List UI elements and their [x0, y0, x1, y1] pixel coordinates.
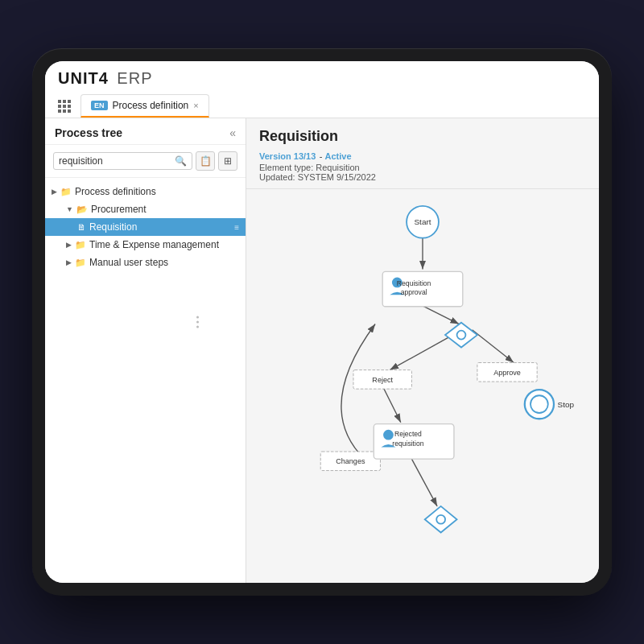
grid-menu-button[interactable] — [58, 100, 71, 113]
title-bar: UNIT4 ERP EN Process definition × — [45, 61, 599, 118]
meta-updated: Updated: SYSTEM 9/15/2022 — [259, 172, 586, 182]
node-rejected-label2: requisition — [392, 440, 423, 448]
tab-lang-badge: EN — [91, 101, 108, 110]
search-icon[interactable]: 🔍 — [175, 155, 187, 167]
node-req-approval-label2: approval — [401, 288, 427, 296]
tree-label-procurement: Procurement — [91, 204, 147, 215]
resize-dots — [196, 316, 199, 328]
node-approve-label: Approve — [493, 369, 521, 377]
folder-icon-process-definitions: 📁 — [60, 187, 72, 197]
main-content: Process tree « 🔍 📋 ⊞ — [45, 118, 599, 583]
logo-area: UNIT4 ERP — [58, 69, 586, 88]
action-icon-2: ⊞ — [224, 155, 232, 167]
expand-icon-manual-steps: ▶ — [66, 258, 72, 266]
doc-icon-requisition: 🗎 — [77, 222, 86, 232]
node-stop-inner-circle — [530, 395, 548, 413]
sidebar-collapse-button[interactable]: « — [229, 126, 236, 139]
tree-label-requisition: Requisition — [89, 221, 137, 233]
edge-decision-to-approve — [473, 330, 514, 363]
folder-icon-procurement: 📂 — [76, 204, 88, 215]
edge-reject-to-rejected — [382, 386, 401, 423]
flow-canvas[interactable]: Start Requisition approval Reject — [246, 189, 599, 583]
tree-item-requisition[interactable]: 🗎 Requisition ≡ — [45, 218, 246, 236]
edge-decision-to-reject — [390, 336, 450, 370]
tree-item-actions: ≡ — [234, 223, 239, 232]
meta-status: Active — [325, 151, 352, 161]
node-req-approval-label1: Requisition — [397, 279, 431, 287]
tree-item-time-expense[interactable]: ▶ 📁 Time & Expense management — [45, 236, 246, 254]
tabs-row: EN Process definition × — [58, 94, 586, 118]
tree-item-procurement[interactable]: ▼ 📂 Procurement — [45, 200, 246, 218]
screen: UNIT4 ERP EN Process definition × — [45, 61, 599, 583]
folder-icon-manual-steps: 📁 — [75, 258, 86, 268]
sidebar: Process tree « 🔍 📋 ⊞ — [45, 118, 246, 583]
folder-icon-time-expense: 📁 — [75, 240, 86, 250]
tree-item-process-definitions[interactable]: ▶ 📁 Process definitions — [45, 183, 246, 200]
node-decision1-diamond[interactable] — [445, 323, 477, 348]
logo-unit4: UNIT4 — [58, 69, 109, 87]
edge-changes-back — [341, 324, 375, 460]
sidebar-action-btn-1[interactable]: 📋 — [196, 151, 215, 171]
search-input-wrap: 🔍 — [53, 152, 192, 170]
meta-active: - — [320, 151, 325, 161]
search-row: 🔍 📋 ⊞ — [45, 145, 246, 178]
sidebar-header: Process tree « — [45, 118, 246, 145]
expand-icon-process-definitions: ▶ — [52, 188, 57, 196]
sidebar-title: Process tree — [55, 126, 122, 139]
right-panel-header: Requisition Version 13/13 - Active Eleme… — [246, 118, 599, 189]
node-rejected-person-head — [383, 430, 394, 440]
tree-label-process-definitions: Process definitions — [75, 186, 156, 197]
flow-diagram: Start Requisition approval Reject — [246, 189, 599, 583]
node-decision2-diamond[interactable] — [425, 506, 457, 533]
node-rejected-label1: Rejected — [394, 430, 422, 438]
tab-process-definition[interactable]: EN Process definition × — [80, 94, 209, 118]
tree-label-manual-steps: Manual user steps — [89, 257, 168, 268]
tree-label-time-expense: Time & Expense management — [89, 239, 219, 250]
edge-req-to-decision — [423, 306, 459, 324]
logo-erp: ERP — [117, 69, 152, 87]
search-input[interactable] — [59, 155, 175, 167]
meta-element-type: Element type: Requisition — [259, 163, 586, 172]
tree-area: ▶ 📁 Process definitions ▼ 📂 Procurement — [45, 178, 246, 583]
node-start-label: Start — [414, 217, 431, 226]
resize-handle[interactable] — [200, 118, 204, 583]
tree-row-menu-icon[interactable]: ≡ — [234, 223, 239, 232]
tab-label: Process definition — [113, 100, 189, 111]
node-stop-label: Stop — [558, 400, 575, 409]
sidebar-action-btn-2[interactable]: ⊞ — [218, 151, 237, 171]
right-panel-title: Requisition — [259, 128, 586, 145]
edge-rejected-to-decision2 — [411, 459, 437, 506]
meta-version-status: Version 13/13 - Active — [259, 148, 586, 163]
tab-close-button[interactable]: × — [193, 101, 198, 110]
meta-version: Version 13/13 — [259, 151, 316, 161]
expand-icon-procurement: ▼ — [66, 205, 73, 213]
right-panel: Requisition Version 13/13 - Active Eleme… — [246, 118, 599, 583]
tree-item-manual-steps[interactable]: ▶ 📁 Manual user steps — [45, 254, 246, 271]
node-reject-label: Reject — [372, 376, 393, 384]
device-frame: UNIT4 ERP EN Process definition × — [32, 48, 612, 596]
expand-icon-time-expense: ▶ — [66, 241, 72, 249]
node-changes-label: Changes — [336, 457, 365, 465]
logo: UNIT4 ERP — [58, 69, 152, 88]
